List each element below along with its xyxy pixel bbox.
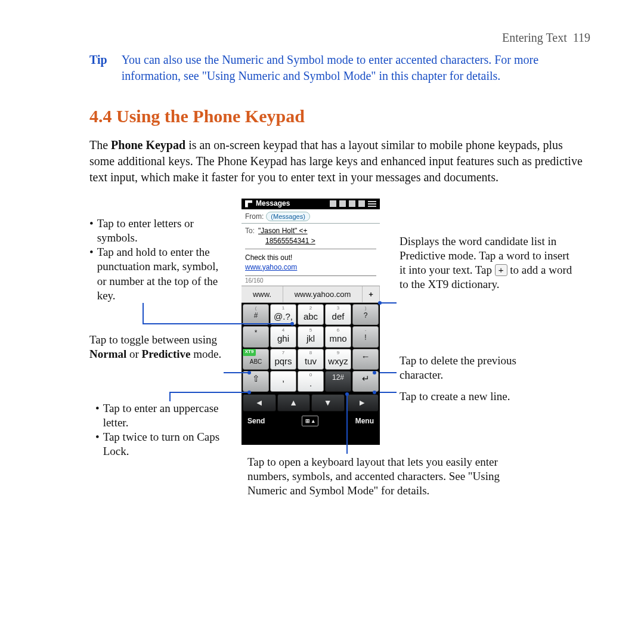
nav-down[interactable]: ▼ <box>311 394 345 411</box>
key-backspace[interactable]: ← <box>352 349 379 370</box>
softkey-menu[interactable]: Menu <box>355 416 374 426</box>
intro-paragraph: The Phone Keypad is an on-screen keypad … <box>89 137 590 185</box>
callout-enter-letters: Tap to enter letters or symbols. <box>97 216 227 246</box>
to-value-2[interactable]: 18565554341 > <box>245 236 376 246</box>
body-line1: Check this out! <box>245 253 376 262</box>
key-shift[interactable]: ⇧ <box>243 371 269 392</box>
tip-block: Tip You can also use the Numeric and Sym… <box>89 52 590 84</box>
key-numsym[interactable]: 12# <box>325 371 351 392</box>
volume-icon <box>349 200 355 207</box>
key-8[interactable]: 8tuv <box>298 349 324 370</box>
callout-delete: Tap to delete the previous character. <box>400 354 561 383</box>
app-title: Messages <box>256 199 290 208</box>
nav-up[interactable]: ▲ <box>277 394 311 411</box>
phone-screenshot: Messages From: (Messages) To:"Jason Holt… <box>242 199 380 445</box>
candidate-add[interactable]: + <box>363 286 380 303</box>
key-4[interactable]: 4ghi <box>270 326 296 347</box>
callout-capslock: Tap twice to turn on Caps Lock. <box>103 430 230 459</box>
from-field[interactable]: From: (Messages) <box>242 209 380 224</box>
callout-symbol-mode: Tap to open a keyboard layout that lets … <box>247 455 528 499</box>
to-value[interactable]: "Jason Holt" <+ <box>258 227 308 235</box>
battery-icon <box>358 200 365 207</box>
key-enter[interactable]: ↵ <box>352 371 379 392</box>
page-number: 119 <box>573 31 590 44</box>
callout-toggle-mode: Tap to toggle between using Normal or Pr… <box>89 333 227 362</box>
nav-left[interactable]: ◄ <box>243 394 276 411</box>
compose-area: From: (Messages) To:"Jason Holt" <+ 1856… <box>242 209 380 286</box>
callout-candidate-list: Displays the word candidate list in Pred… <box>400 234 572 292</box>
key-1[interactable]: 1@.?, <box>270 304 296 325</box>
candidate-2[interactable]: www.yahoo.com <box>283 286 363 303</box>
intro-bold: Phone Keypad <box>111 138 185 151</box>
key-9[interactable]: 9wxyz <box>325 349 351 370</box>
left-callouts: •Tap to enter letters or symbols. •Tap a… <box>89 216 227 304</box>
key-mode-toggle[interactable]: XT9 ABC <box>243 349 269 370</box>
softkey-send[interactable]: Send <box>247 416 265 426</box>
xt9-badge: XT9 <box>243 349 256 356</box>
softkey-sip[interactable]: ⊞ ▴ <box>302 416 318 426</box>
callout-newline: Tap to create a new line. <box>400 389 578 404</box>
candidate-bar: www. www.yahoo.com + <box>242 286 380 304</box>
keypad: (# 1@.?, 2abc 3def )? * 4ghi 5jkl 6mno -… <box>242 303 380 392</box>
char-count: 16/160 <box>245 275 376 286</box>
tip-text: You can also use the Numeric and Symbol … <box>122 52 590 84</box>
key-hash[interactable]: (# <box>243 304 269 325</box>
key-5[interactable]: 5jkl <box>298 326 324 347</box>
running-header: Entering Text 119 <box>89 30 590 46</box>
key-comma[interactable]: , <box>270 371 296 392</box>
key-6[interactable]: 6mno <box>325 326 351 347</box>
to-field[interactable]: To:"Jason Holt" <+ 18565554341 > <box>242 224 380 247</box>
key-exclaim[interactable]: -! <box>352 326 379 347</box>
keypad-diagram: •Tap to enter letters or symbols. •Tap a… <box>89 199 590 532</box>
soft-key-bar: Send ⊞ ▴ Menu <box>242 413 380 429</box>
menu-icon <box>368 201 376 207</box>
manual-page: Entering Text 119 Tip You can also use t… <box>0 0 644 644</box>
key-0[interactable]: 0. <box>298 371 324 392</box>
section-name: Entering Text <box>502 31 567 44</box>
signal-icon <box>339 200 346 207</box>
key-question[interactable]: )? <box>352 304 379 325</box>
body-link[interactable]: www.yahoo.com <box>245 263 297 271</box>
left-callouts-2: •Tap to enter an uppercase letter. •Tap … <box>95 401 230 459</box>
plus-key-icon: + <box>495 264 507 276</box>
key-star[interactable]: * <box>243 326 269 347</box>
start-icon <box>245 200 252 208</box>
message-body[interactable]: Check this out! www.yahoo.com <box>242 250 380 272</box>
network-icon <box>330 200 336 207</box>
callout-uppercase: Tap to enter an uppercase letter. <box>103 401 230 431</box>
candidate-1[interactable]: www. <box>242 286 283 303</box>
key-2[interactable]: 2abc <box>298 304 324 325</box>
tip-label: Tip <box>89 52 107 84</box>
nav-right[interactable]: ► <box>346 394 379 411</box>
status-bar: Messages <box>242 199 380 209</box>
key-7[interactable]: 7pqrs <box>270 349 296 370</box>
callout-tap-hold: Tap and hold to enter the punctuation ma… <box>97 245 227 303</box>
section-heading: 4.4 Using the Phone Keypad <box>89 104 590 129</box>
key-3[interactable]: 3def <box>325 304 351 325</box>
from-account-chip[interactable]: (Messages) <box>266 212 309 222</box>
nav-row: ◄ ▲ ▼ ► <box>242 393 380 413</box>
